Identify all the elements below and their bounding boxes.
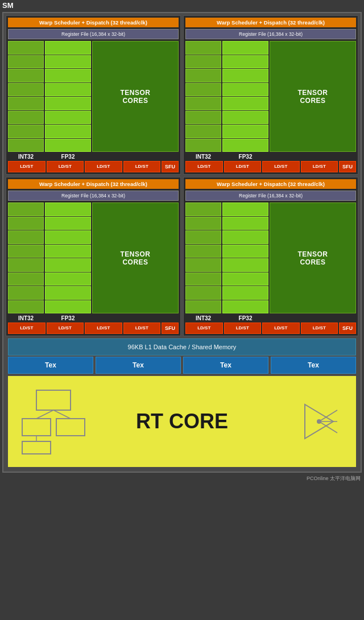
fp32-cell <box>222 230 268 244</box>
tensor-col-3: TENSOR CORES <box>92 202 179 313</box>
cores-area-3: TENSOR CORES <box>8 202 179 313</box>
ldst-btn-4d: LD/ST <box>301 323 338 334</box>
fp32-cell <box>222 139 268 152</box>
int32-cell <box>185 286 221 300</box>
int32-cell <box>185 139 221 152</box>
ldst-btn-4c: LD/ST <box>262 323 300 334</box>
tex-btn-2: Tex <box>96 357 181 374</box>
int32-cell <box>8 125 44 138</box>
cores-area-4: TENSOR CORES <box>185 202 356 313</box>
svg-line-9 <box>319 410 337 421</box>
fp32-cell <box>45 286 91 300</box>
fp32-cell <box>222 125 268 138</box>
col-labels-4: INT32 FP32 <box>185 315 356 321</box>
int32-col-4 <box>185 202 221 313</box>
sub-unit-3: Warp Scheduler + Dispatch (32 thread/clk… <box>6 177 181 336</box>
sub-unit-2: Warp Scheduler + Dispatch (32 thread/clk… <box>183 15 358 175</box>
int32-label-1: INT32 <box>8 154 44 160</box>
ldst-btn-1c: LD/ST <box>85 161 122 172</box>
register-file-4: Register File (16,384 x 32-bit) <box>185 191 356 201</box>
fp32-col-1 <box>45 41 91 152</box>
tensor-col-4: TENSOR CORES <box>270 202 356 313</box>
rt-core-label: RT CORE <box>136 410 228 433</box>
outer-container: Warp Scheduler + Dispatch (32 thread/clk… <box>2 12 362 473</box>
tensor-label-4 <box>270 315 356 321</box>
svg-rect-1 <box>22 419 51 436</box>
tensor-col-1: TENSOR CORES <box>92 41 179 152</box>
ldst-btn-1a: LD/ST <box>8 161 46 172</box>
warp-scheduler-4: Warp Scheduler + Dispatch (32 thread/clk… <box>185 179 356 189</box>
int32-cell <box>8 245 44 258</box>
sfu-btn-1: SFU <box>162 161 179 172</box>
int32-cell <box>185 111 221 125</box>
fp32-cell <box>45 125 91 138</box>
int32-col-3 <box>8 202 44 313</box>
sub-unit-1: Warp Scheduler + Dispatch (32 thread/clk… <box>6 15 181 175</box>
ldst-btn-4b: LD/ST <box>224 323 262 334</box>
fp32-cell <box>222 258 268 272</box>
int32-cell <box>8 139 44 152</box>
int32-cell <box>8 230 44 244</box>
int32-cell <box>185 97 221 110</box>
fp32-cell <box>222 97 268 110</box>
bottom-row-2: LD/ST LD/ST LD/ST LD/ST SFU <box>185 161 356 172</box>
tex-btn-4: Tex <box>271 357 356 374</box>
fp32-cell <box>45 111 91 125</box>
bottom-row-1: LD/ST LD/ST LD/ST LD/ST SFU <box>8 161 179 172</box>
fp32-cell <box>45 258 91 272</box>
fp32-cell <box>45 202 91 216</box>
ldst-btn-2b: LD/ST <box>224 161 262 172</box>
int32-cell <box>185 125 221 138</box>
tex-btn-3: Tex <box>183 357 268 374</box>
ldst-btn-1b: LD/ST <box>47 161 84 172</box>
fp32-cell <box>45 41 91 55</box>
int32-cell <box>185 230 221 244</box>
int32-cell <box>8 83 44 97</box>
int32-cell <box>8 217 44 230</box>
ldst-btn-3a: LD/ST <box>8 323 46 334</box>
int32-label-2: INT32 <box>185 154 221 160</box>
bottom-row-4: LD/ST LD/ST LD/ST LD/ST SFU <box>185 323 356 334</box>
int32-cell <box>8 69 44 82</box>
rt-shapes-icon <box>19 387 93 456</box>
int32-cell <box>8 258 44 272</box>
fp32-cell <box>222 69 268 82</box>
int32-label-3: INT32 <box>8 315 44 321</box>
int32-cell <box>8 41 44 55</box>
rt-arrow-icon <box>296 399 342 444</box>
quad-grid: Warp Scheduler + Dispatch (32 thread/clk… <box>6 15 358 336</box>
tex-row: Tex Tex Tex Tex <box>8 357 356 374</box>
svg-line-11 <box>319 421 337 433</box>
cache-bar: 96KB L1 Data Cache / Shared Memory <box>8 338 356 356</box>
int32-cell <box>185 83 221 97</box>
col-labels-1: INT32 FP32 <box>8 154 179 160</box>
sfu-btn-3: SFU <box>162 323 179 334</box>
fp32-cell <box>222 286 268 300</box>
warp-scheduler-1: Warp Scheduler + Dispatch (32 thread/clk… <box>8 18 179 27</box>
int32-cell <box>185 41 221 55</box>
fp32-cell <box>222 83 268 97</box>
int32-cell <box>8 300 44 314</box>
warp-scheduler-3: Warp Scheduler + Dispatch (32 thread/clk… <box>8 179 179 189</box>
col-labels-2: INT32 FP32 <box>185 154 356 160</box>
fp32-col-3 <box>45 202 91 313</box>
int32-cell <box>8 55 44 69</box>
ldst-btn-3c: LD/ST <box>85 323 122 334</box>
int32-cell <box>185 258 221 272</box>
svg-rect-2 <box>56 419 85 436</box>
int32-cell <box>8 286 44 300</box>
fp32-label-3: FP32 <box>45 315 91 321</box>
fp32-cell <box>45 230 91 244</box>
register-file-3: Register File (16,384 x 32-bit) <box>8 191 179 201</box>
int32-cell <box>8 272 44 286</box>
int32-col-2 <box>185 41 221 152</box>
fp32-col-4 <box>222 202 268 313</box>
fp32-col-2 <box>222 41 268 152</box>
cores-area-1: TENSOR CORES <box>8 41 179 152</box>
int32-label-4: INT32 <box>185 315 221 321</box>
svg-line-5 <box>53 410 71 419</box>
fp32-cell <box>45 97 91 110</box>
int32-cell <box>185 300 221 314</box>
int32-cell <box>185 55 221 69</box>
fp32-cell <box>222 245 268 258</box>
